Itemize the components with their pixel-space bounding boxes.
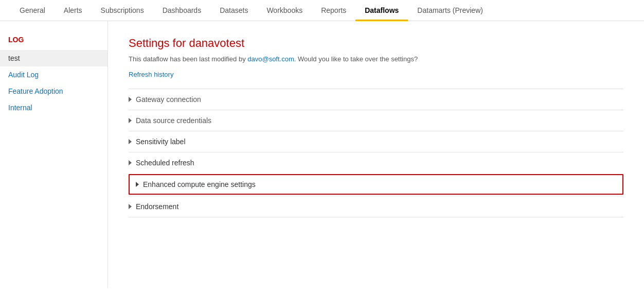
accordion-header-compute[interactable]: Enhanced compute engine settings — [136, 180, 616, 189]
accordion-label-endorsement: Endorsement — [136, 202, 178, 211]
accordion-label-scheduled: Scheduled refresh — [136, 159, 194, 167]
sidebar-item-test[interactable]: test — [0, 50, 108, 66]
accordion-label-datasource: Data source credentials — [136, 116, 211, 125]
accordion-data-source: Data source credentials — [129, 110, 623, 131]
refresh-history-link[interactable]: Refresh history — [129, 71, 173, 78]
accordion-header-gateway[interactable]: Gateway connection — [129, 95, 623, 104]
sidebar: LOG test Audit Log Feature Adoption Inte… — [0, 21, 108, 288]
accordion-label-gateway: Gateway connection — [136, 95, 201, 104]
accordion-header-datasource[interactable]: Data source credentials — [129, 116, 623, 125]
accordion-endorsement: Endorsement — [129, 196, 623, 217]
tab-workbooks[interactable]: Workbooks — [257, 0, 312, 21]
accordion-header-scheduled[interactable]: Scheduled refresh — [129, 159, 623, 167]
accordion-enhanced-compute: Enhanced compute engine settings — [129, 174, 623, 195]
chevron-icon-scheduled — [129, 160, 132, 165]
chevron-icon-endorsement — [129, 204, 132, 209]
tab-subscriptions[interactable]: Subscriptions — [92, 0, 153, 21]
subtitle-prefix: This dataflow has been last modified by — [129, 55, 247, 63]
subtitle-email[interactable]: davo@soft.com — [247, 55, 294, 63]
chevron-icon-gateway — [129, 97, 132, 102]
accordion-scheduled-refresh: Scheduled refresh — [129, 152, 623, 173]
tab-datamarts[interactable]: Datamarts (Preview) — [408, 0, 492, 21]
accordion-label-compute: Enhanced compute engine settings — [143, 180, 256, 189]
chevron-icon-datasource — [129, 118, 132, 123]
main-layout: LOG test Audit Log Feature Adoption Inte… — [0, 21, 644, 288]
top-navigation: General Alerts Subscriptions Dashboards … — [0, 0, 644, 21]
accordion-gateway-connection: Gateway connection — [129, 89, 623, 110]
tab-dashboards[interactable]: Dashboards — [153, 0, 211, 21]
content-area: Settings for danavotest This dataflow ha… — [108, 21, 644, 288]
accordion-list: Gateway connection Data source credentia… — [129, 89, 623, 217]
chevron-icon-sensitivity — [129, 139, 132, 144]
chevron-icon-compute — [136, 182, 139, 187]
sidebar-item-internal[interactable]: Internal — [0, 99, 108, 116]
tab-reports[interactable]: Reports — [312, 0, 355, 21]
sidebar-item-audit-log[interactable]: Audit Log — [0, 66, 108, 83]
accordion-header-endorsement[interactable]: Endorsement — [129, 202, 623, 211]
tab-dataflows[interactable]: Dataflows — [355, 0, 408, 21]
subtitle-suffix: . Would you like to take over the settin… — [294, 55, 418, 63]
sidebar-item-feature-adoption[interactable]: Feature Adoption — [0, 83, 108, 99]
tab-general[interactable]: General — [10, 0, 55, 21]
page-title: Settings for danavotest — [129, 37, 623, 50]
tab-datasets[interactable]: Datasets — [210, 0, 257, 21]
accordion-header-sensitivity[interactable]: Sensitivity label — [129, 138, 623, 146]
tab-alerts[interactable]: Alerts — [55, 0, 92, 21]
accordion-sensitivity: Sensitivity label — [129, 131, 623, 152]
sidebar-item-log[interactable]: LOG — [0, 31, 108, 48]
accordion-label-sensitivity: Sensitivity label — [136, 138, 186, 146]
subtitle: This dataflow has been last modified by … — [129, 55, 623, 63]
